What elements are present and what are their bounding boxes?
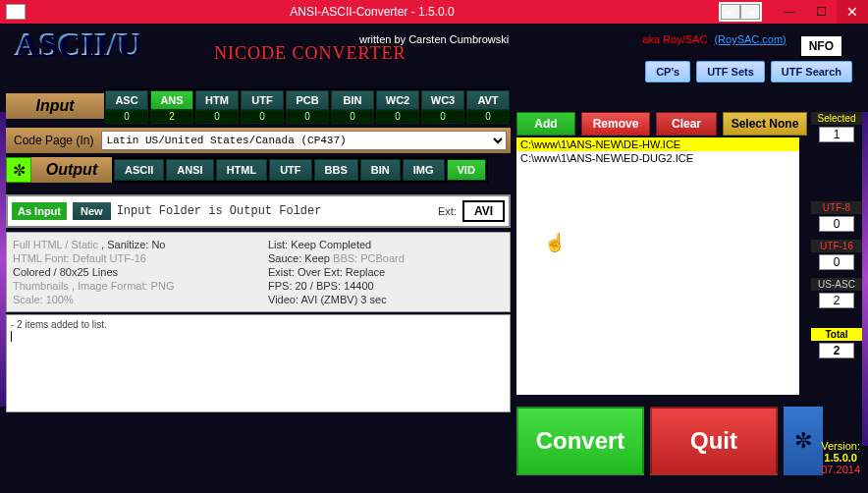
usasc-label: US-ASC [811, 278, 862, 291]
logo-sub: NICODE CONVERTER [214, 43, 406, 64]
selected-label: Selected [811, 112, 862, 125]
output-tab-ascii[interactable]: ASCII [114, 159, 164, 181]
version-info: Version: 1.5.0.0 07.2014 [821, 440, 860, 475]
codepage-select[interactable]: Latin US/United States/Canada (CP437) [101, 131, 507, 150]
output-tab-ansi[interactable]: ANSI [166, 159, 213, 181]
utfsets-button[interactable]: UTF Sets [696, 61, 765, 82]
decoration-right [862, 112, 868, 446]
utf16-count: 0 [819, 254, 854, 270]
flip-right-icon[interactable]: ⇥ [740, 4, 760, 20]
output-tab-utf[interactable]: UTF [269, 159, 311, 181]
input-tab-count-wc2: 0 [376, 110, 419, 124]
credits-aka: aka Roy/SAC [642, 33, 707, 45]
input-label: Input [6, 93, 104, 119]
as-input-button[interactable]: As Input [12, 202, 67, 220]
output-settings-button[interactable]: ✼ [6, 157, 31, 183]
file-list[interactable]: C:\www\1\ANS-NEW\DE-HW.ICEC:\www\1\ANS-N… [516, 137, 799, 395]
input-tab-count-ans: 2 [150, 110, 193, 124]
file-item[interactable]: C:\www\1\ANS-NEW\DE-HW.ICE [516, 137, 799, 151]
total-count: 2 [819, 343, 854, 358]
codepage-label: Code Page (In) [6, 134, 101, 147]
input-tab-count-wc3: 0 [421, 110, 464, 124]
flip-buttons[interactable]: ⇤ ⇥ [719, 2, 762, 22]
input-tab-count-utf: 0 [241, 110, 284, 124]
output-tab-img[interactable]: IMG [403, 159, 445, 181]
header-banner: ASCII/U NICODE CONVERTER written by Cars… [6, 29, 862, 84]
file-item[interactable]: C:\www\1\ANS-NEW\ED-DUG2.ICE [516, 151, 799, 165]
utf8-count: 0 [819, 216, 854, 232]
new-button[interactable]: New [73, 202, 111, 220]
input-tab-count-pcb: 0 [286, 110, 329, 124]
remove-button[interactable]: Remove [581, 112, 650, 136]
ext-value[interactable]: AVI [462, 200, 505, 222]
output-tab-vid[interactable]: VID [447, 159, 486, 181]
output-label: Output [31, 157, 112, 183]
quit-button[interactable]: Quit [650, 407, 778, 475]
output-tab-bin[interactable]: BIN [360, 159, 401, 181]
input-tab-count-asc: 0 [105, 110, 148, 124]
credits-link[interactable]: (RoySAC.com) [714, 33, 786, 45]
input-tab-pcb[interactable]: PCB [286, 90, 329, 110]
input-tabs: ASC0ANS2HTM0UTF0PCB0BIN0WC20WC30AVT0 [104, 88, 511, 124]
input-tab-count-htm: 0 [195, 110, 239, 124]
clear-button[interactable]: Clear [656, 112, 717, 136]
input-tab-count-avt: 0 [466, 110, 510, 124]
credits-written: written by Carsten Cumbrowski [359, 33, 509, 45]
usasc-count: 2 [819, 293, 854, 308]
input-tab-avt[interactable]: AVT [466, 90, 510, 110]
input-tab-bin[interactable]: BIN [331, 90, 374, 110]
window-title: ANSI-ASCII-Converter - 1.5.0.0 [26, 5, 719, 19]
add-button[interactable]: Add [516, 112, 575, 136]
output-tab-bbs[interactable]: BBS [314, 159, 358, 181]
utfsearch-button[interactable]: UTF Search [771, 61, 852, 82]
log-area[interactable]: - 2 items added to list. [6, 314, 511, 412]
ext-label: Ext: [438, 205, 457, 217]
output-tab-html[interactable]: HTML [216, 159, 268, 181]
utf8-label: UTF-8 [811, 201, 862, 214]
settings-button[interactable]: ✼ [784, 407, 823, 475]
input-tab-utf[interactable]: UTF [241, 90, 284, 110]
nfo-button[interactable]: NFO [800, 35, 842, 57]
input-tab-ans[interactable]: ANS [150, 90, 193, 110]
cps-button[interactable]: CP's [645, 61, 690, 82]
logo-main: ASCII/U [14, 26, 139, 63]
details-panel: Full HTML / Static , Sanitize: NoHTML Fo… [6, 232, 511, 312]
input-tab-count-bin: 0 [331, 110, 374, 124]
folder-status-text: Input Folder is Output Folder [117, 204, 432, 218]
output-tabs: ASCIIANSIHTMLUTFBBSBINIMGVID [112, 157, 488, 183]
codepage-row: Code Page (In) Latin US/United States/Ca… [6, 128, 511, 153]
convert-button[interactable]: Convert [516, 407, 644, 475]
input-tab-wc2[interactable]: WC2 [376, 90, 419, 110]
app-icon [6, 4, 26, 20]
folder-status-bar: As Input New Input Folder is Output Fold… [6, 194, 511, 228]
select-none-button[interactable]: Select None [723, 112, 807, 136]
title-bar: ANSI-ASCII-Converter - 1.5.0.0 ⇤ ⇥ — ☐ ✕ [0, 0, 868, 24]
utf16-label: UTF-16 [811, 240, 862, 252]
input-tab-wc3[interactable]: WC3 [421, 90, 464, 110]
credits: written by Carsten Cumbrowski aka Roy/SA… [359, 33, 787, 45]
input-tab-asc[interactable]: ASC [105, 90, 148, 110]
total-label: Total [811, 328, 862, 341]
flip-left-icon[interactable]: ⇤ [721, 4, 740, 20]
maximize-button[interactable]: ☐ [805, 0, 837, 24]
input-tab-htm[interactable]: HTM [195, 90, 239, 110]
selected-count: 1 [819, 127, 854, 142]
close-button[interactable]: ✕ [837, 0, 868, 24]
log-text: - 2 items added to list. [11, 319, 107, 330]
minimize-button[interactable]: — [774, 0, 805, 24]
